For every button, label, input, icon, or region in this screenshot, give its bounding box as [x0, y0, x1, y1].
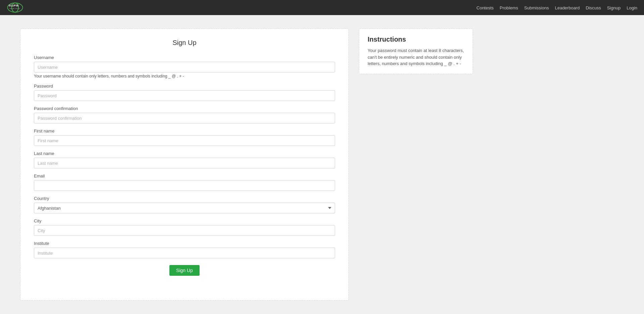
password-confirmation-input[interactable] — [34, 113, 335, 123]
nav-links: Contests Problems Submissions Leaderboar… — [477, 5, 637, 10]
password-confirmation-label: Password confirmation — [34, 106, 335, 111]
institute-label: Institute — [34, 241, 335, 246]
instructions-text: Your password must contain at least 8 ch… — [368, 47, 464, 67]
username-group: Username Your username should contain on… — [34, 55, 335, 78]
country-label: Country — [34, 196, 335, 201]
svg-text:ECLIPSE: ECLIPSE — [9, 4, 19, 7]
signup-button[interactable]: Sign Up — [169, 265, 200, 276]
nav-submissions[interactable]: Submissions — [524, 5, 549, 10]
brand-logo: ECLIPSE ONLINE JUDGE — [7, 2, 23, 13]
email-group: Email — [34, 173, 335, 191]
last-name-label: Last name — [34, 151, 335, 156]
signup-form-container: Sign Up Username Your username should co… — [20, 29, 349, 301]
nav-leaderboard[interactable]: Leaderboard — [555, 5, 580, 10]
first-name-group: First name — [34, 128, 335, 146]
city-input[interactable] — [34, 225, 335, 236]
username-input[interactable] — [34, 62, 335, 72]
institute-group: Institute — [34, 241, 335, 258]
username-hint: Your username should contain only letter… — [34, 74, 335, 78]
main-content: Sign Up Username Your username should co… — [0, 15, 644, 314]
eclipse-logo-icon: ECLIPSE ONLINE JUDGE — [7, 2, 23, 13]
username-label: Username — [34, 55, 335, 60]
country-group: Country Afghanistan Albania Algeria Unit… — [34, 196, 335, 213]
nav-problems[interactable]: Problems — [500, 5, 518, 10]
instructions-title: Instructions — [368, 36, 464, 43]
password-label: Password — [34, 84, 335, 89]
navbar: ECLIPSE ONLINE JUDGE Contests Problems S… — [0, 0, 644, 15]
form-title: Sign Up — [34, 39, 335, 47]
city-label: City — [34, 218, 335, 223]
password-confirmation-group: Password confirmation — [34, 106, 335, 123]
password-input[interactable] — [34, 90, 335, 101]
institute-input[interactable] — [34, 248, 335, 258]
email-input[interactable] — [34, 180, 335, 191]
country-select[interactable]: Afghanistan Albania Algeria United State… — [34, 203, 335, 213]
first-name-input[interactable] — [34, 135, 335, 146]
svg-text:ONLINE JUDGE: ONLINE JUDGE — [9, 8, 20, 9]
nav-login[interactable]: Login — [627, 5, 637, 10]
city-group: City — [34, 218, 335, 236]
nav-discuss[interactable]: Discuss — [586, 5, 601, 10]
email-label: Email — [34, 173, 335, 178]
password-group: Password — [34, 84, 335, 101]
nav-signup[interactable]: Signup — [607, 5, 621, 10]
instructions-panel: Instructions Your password must contain … — [359, 29, 473, 74]
last-name-group: Last name — [34, 151, 335, 168]
last-name-input[interactable] — [34, 158, 335, 168]
first-name-label: First name — [34, 128, 335, 134]
nav-contests[interactable]: Contests — [477, 5, 494, 10]
